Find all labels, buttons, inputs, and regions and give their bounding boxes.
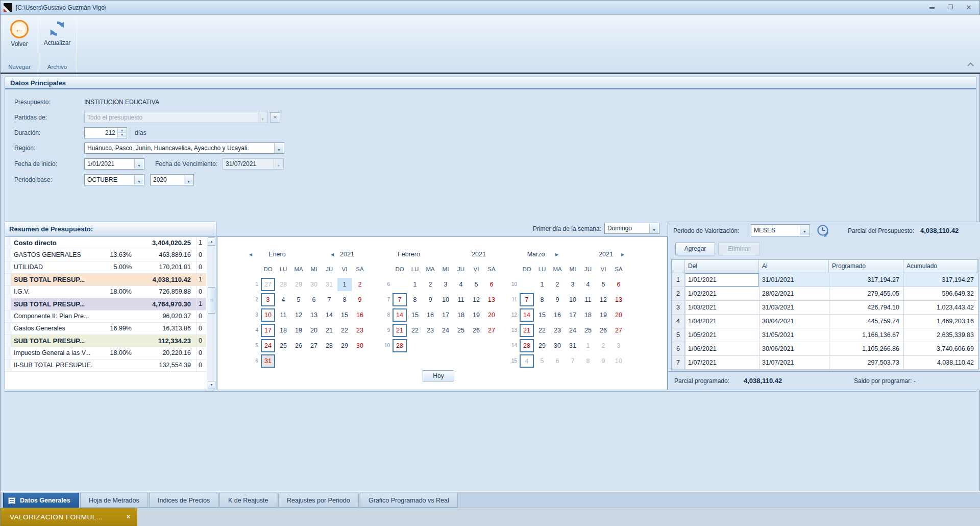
duracion-stepper[interactable]: 212 ▲▼ [84,127,127,138]
document-tab[interactable]: VALORIZACION FORMUL... × [1,508,137,526]
day-cell[interactable]: 22 [408,324,422,337]
scroll-up-icon[interactable]: ▲ [208,237,215,246]
day-cell[interactable]: 1 [408,278,422,291]
day-cell[interactable]: 4 [276,293,290,306]
day-cell[interactable]: 7 [322,293,336,306]
budget-row[interactable]: Gastos Generales16.99%16,313.860 [5,323,206,335]
day-cell[interactable]: 18 [276,324,290,337]
day-cell[interactable]: 30 [353,339,367,352]
day-cell[interactable]: 20 [307,324,321,337]
day-cell[interactable]: 4 [520,354,534,368]
valuation-row[interactable]: 31/03/202131/03/2021426,794.101,023,443.… [672,301,978,315]
day-cell[interactable]: 1 [535,278,549,291]
region-combo[interactable]: Huánuco, Pasco, Junín, Huancavelica, Aya… [84,142,284,154]
day-cell[interactable]: 26 [469,324,483,337]
day-cell[interactable]: 3 [566,278,580,291]
fecha-vencimiento-combo[interactable]: 31/07/2021 [223,158,284,170]
day-cell[interactable]: 11 [276,308,290,322]
chevron-down-icon[interactable] [800,225,809,235]
day-cell[interactable]: 27 [307,339,321,352]
day-cell[interactable]: 20 [484,308,499,322]
day-cell[interactable]: 5 [469,278,483,291]
day-cell[interactable]: 22 [535,324,549,337]
chevron-down-icon[interactable] [649,224,658,233]
day-cell[interactable]: 19 [596,308,610,322]
valuation-period-combo[interactable]: MESES [751,224,810,236]
day-cell[interactable]: 18 [454,308,468,322]
refresh-button[interactable]: Actualizar [41,17,74,62]
day-cell[interactable]: 27 [611,324,626,337]
next-year-icon[interactable]: ▶ [621,252,624,257]
scroll-down-icon[interactable]: ▼ [208,381,215,389]
budget-row[interactable]: Impuesto General a las V...18.00%20,220.… [5,347,206,360]
day-cell[interactable]: 21 [393,324,407,337]
day-cell[interactable]: 9 [423,293,437,306]
close-icon[interactable]: × [127,513,130,520]
chevron-down-icon[interactable] [274,159,283,169]
day-cell[interactable]: 15 [535,308,549,322]
spinner-arrows-icon[interactable]: ▲▼ [117,128,126,137]
periodo-base-month-combo[interactable]: OCTUBRE [84,174,144,185]
day-cell[interactable]: 5 [291,293,306,306]
valuation-row[interactable]: 11/01/202131/01/2021317,194.27317,194.27 [672,273,978,287]
minimize-button[interactable] [925,4,939,12]
day-cell[interactable]: 13 [307,308,321,322]
chevron-down-icon[interactable] [134,175,143,184]
day-cell[interactable]: 13 [484,293,499,306]
budget-row[interactable]: SUB TOTAL PRESUP...4,764,970.301 [5,298,206,310]
day-cell[interactable]: 9 [596,354,610,368]
budget-row[interactable]: I.G.V.18.00%726,859.880 [5,286,206,298]
budget-row[interactable]: Componente II: Plan Pre...96,020.370 [5,310,206,323]
day-cell[interactable]: 23 [353,324,367,337]
day-cell[interactable]: 17 [438,308,453,322]
valuation-row[interactable]: 51/05/202131/05/20211,166,136.672,635,33… [672,328,978,342]
day-cell[interactable]: 10 [611,354,626,368]
day-cell[interactable]: 3 [611,339,626,352]
day-cell[interactable]: 23 [550,324,565,337]
day-cell[interactable]: 19 [291,324,306,337]
scrollbar-thumb[interactable] [208,287,215,314]
day-cell[interactable]: 4 [454,278,468,291]
day-cell[interactable]: 12 [469,293,483,306]
partidas-combo[interactable]: Todo el presupuesto [84,112,268,123]
day-cell[interactable]: 23 [423,324,437,337]
day-cell[interactable]: 10 [261,308,275,322]
budget-row[interactable]: SUB TOTAL PRESUP...4,038,110.421 [5,274,206,286]
day-cell[interactable]: 3 [438,278,453,291]
day-cell[interactable]: 9 [353,293,367,306]
chevron-down-icon[interactable] [274,144,283,153]
close-button[interactable]: ✕ [962,4,975,12]
prev-year-icon[interactable]: ◀ [331,252,334,257]
day-cell[interactable]: 8 [581,354,595,368]
restore-button[interactable]: ❐ [944,4,957,12]
day-cell[interactable]: 25 [454,324,468,337]
day-cell[interactable]: 16 [423,308,437,322]
day-cell[interactable]: 1 [337,278,352,291]
day-cell[interactable]: 27 [484,324,499,337]
day-cell[interactable]: 28 [393,339,407,352]
day-cell[interactable]: 3 [261,293,275,306]
day-cell[interactable]: 26 [596,324,610,337]
budget-row[interactable]: SUB TOTAL PRESUP...112,334.230 [5,335,206,347]
day-cell[interactable]: 25 [276,339,290,352]
day-cell[interactable]: 12 [596,293,610,306]
day-cell[interactable]: 7 [393,293,407,306]
day-cell[interactable]: 2 [596,339,610,352]
budget-row[interactable]: UTILIDAD5.00%170,201.010 [5,261,206,274]
day-cell[interactable]: 6 [550,354,565,368]
day-cell[interactable]: 29 [535,339,549,352]
budget-row[interactable]: II-SUB TOTAL PRESUPUE...132,554.390 [5,360,206,372]
day-cell[interactable]: 14 [322,308,336,322]
day-cell[interactable]: 24 [261,339,275,352]
day-cell[interactable]: 21 [322,324,336,337]
chevron-down-icon[interactable] [258,113,267,122]
partidas-clear-button[interactable]: ✕ [270,112,280,123]
day-cell[interactable]: 17 [566,308,580,322]
day-cell[interactable]: 2 [353,278,367,291]
day-cell[interactable]: 28 [322,339,336,352]
day-cell[interactable]: 26 [291,339,306,352]
tab-indices-de-precios[interactable]: Indices de Precios [149,493,218,508]
day-cell[interactable]: 12 [291,308,306,322]
day-cell[interactable]: 31 [566,339,580,352]
day-cell[interactable]: 16 [353,308,367,322]
